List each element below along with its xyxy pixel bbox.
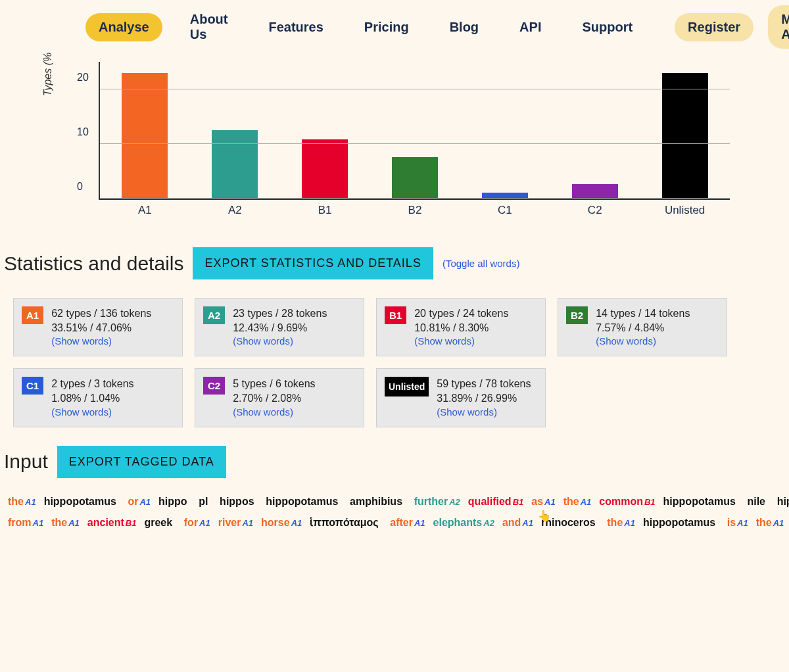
nav-register[interactable]: Register — [675, 13, 753, 41]
token[interactable]: horse — [261, 517, 290, 528]
token[interactable]: hippos — [220, 496, 254, 507]
chart-ytick: 20 — [77, 72, 89, 84]
token[interactable]: amphibius — [350, 496, 402, 507]
card-line1: 5 types / 6 tokens — [233, 377, 315, 391]
token[interactable]: river — [218, 517, 241, 528]
token-level: B1 — [513, 497, 524, 507]
token-level: A1 — [773, 518, 784, 528]
card-line1: 20 types / 24 tokens — [414, 306, 508, 321]
card-line2: 10.81% / 8.30% — [414, 321, 508, 335]
show-words-link[interactable]: (Show words) — [437, 406, 531, 419]
card-line2: 2.70% / 2.08% — [233, 391, 315, 406]
token[interactable]: hippo — [158, 496, 187, 507]
input-section-head: Input EXPORT TAGGED DATA — [0, 438, 789, 486]
level-badge: B2 — [566, 306, 588, 324]
nav-pricing[interactable]: Pricing — [351, 13, 422, 41]
chart-xtick: C2 — [550, 204, 640, 217]
card-line1: 14 types / 14 tokens — [596, 306, 690, 321]
token-level: A2 — [449, 497, 460, 507]
tagged-text: theA1hippopotamus orA1hippo pl hippos hi… — [0, 486, 789, 560]
show-words-link[interactable]: (Show words) — [51, 335, 151, 348]
token-level: A1 — [414, 518, 425, 528]
token[interactable]: rhinoceros — [541, 517, 596, 528]
token-level: A1 — [199, 518, 210, 528]
toggle-all-words-link[interactable]: (Toggle all words) — [442, 258, 520, 269]
token[interactable]: as — [531, 496, 543, 507]
level-badge: C2 — [203, 377, 225, 395]
token[interactable]: hippopotamus — [266, 496, 338, 507]
show-words-link[interactable]: (Show words) — [233, 406, 315, 419]
token[interactable]: ἱπποπόταμος — [310, 517, 378, 528]
show-words-link[interactable]: (Show words) — [51, 406, 133, 419]
chart-xtick: B1 — [280, 204, 370, 217]
token[interactable]: the — [756, 517, 772, 528]
token-level: A1 — [242, 518, 253, 528]
stats-cards: A162 types / 136 tokens33.51% / 47.06%(S… — [0, 287, 789, 438]
top-nav: Analyse About Us Features Pricing Blog A… — [0, 0, 789, 62]
chart-ytick: 10 — [77, 126, 89, 138]
stats-section-head: Statistics and details EXPORT STATISTICS… — [0, 239, 789, 287]
token[interactable]: hippopotamus — [643, 517, 715, 528]
token[interactable]: greek — [144, 517, 172, 528]
level-badge: B1 — [385, 306, 406, 324]
token-level: A2 — [483, 518, 494, 528]
token[interactable]: after — [390, 517, 413, 528]
token-level: A1 — [68, 518, 80, 528]
level-badge: Unlisted — [385, 377, 429, 396]
token-level: A1 — [291, 518, 302, 528]
token[interactable]: is — [727, 517, 736, 528]
token[interactable]: common — [599, 496, 643, 507]
nav-account[interactable]: My Account — [768, 5, 789, 49]
token[interactable]: the — [607, 517, 623, 528]
token[interactable]: pl — [199, 496, 208, 507]
token[interactable]: for — [184, 517, 198, 528]
show-words-link[interactable]: (Show words) — [414, 335, 508, 348]
nav-analyse[interactable]: Analyse — [85, 13, 162, 41]
chart-xtick: C1 — [460, 204, 550, 217]
token-level: A1 — [544, 497, 556, 507]
chart-ytick: 0 — [77, 181, 83, 193]
token-level: A1 — [33, 518, 44, 528]
token[interactable]: or — [128, 496, 138, 507]
chart-xtick: B2 — [370, 204, 460, 217]
card-line2: 33.51% / 47.06% — [51, 321, 151, 335]
input-title: Input — [4, 450, 48, 473]
token-level: A1 — [737, 518, 748, 528]
token[interactable]: hippopotamus — [44, 496, 116, 507]
stat-card-c2: C25 types / 6 tokens2.70% / 2.08%(Show w… — [195, 368, 364, 427]
export-tagged-button[interactable]: EXPORT TAGGED DATA — [57, 446, 226, 478]
card-line1: 2 types / 3 tokens — [51, 377, 133, 391]
card-line2: 31.89% / 26.99% — [437, 391, 531, 406]
export-stats-button[interactable]: EXPORT STATISTICS AND DETAILS — [193, 247, 433, 279]
stat-card-b2: B214 types / 14 tokens7.57% / 4.84%(Show… — [558, 298, 727, 356]
token[interactable]: further — [414, 496, 448, 507]
token[interactable]: and — [502, 517, 521, 528]
nav-about[interactable]: About Us — [177, 5, 241, 49]
token[interactable]: the — [563, 496, 579, 507]
token[interactable]: hippopotamus — [777, 496, 789, 507]
stats-title: Statistics and details — [4, 252, 183, 275]
token[interactable]: ancient — [87, 517, 124, 528]
nav-blog[interactable]: Blog — [437, 13, 492, 41]
chart-ylabel: Types (% — [42, 53, 54, 96]
token[interactable]: the — [51, 517, 67, 528]
nav-api[interactable]: API — [506, 13, 554, 41]
token-level: A1 — [581, 497, 592, 507]
types-bar-chart: Types (% A1A2B1B2C1C2Unlisted 01020 — [99, 62, 750, 220]
token[interactable]: elephants — [433, 517, 483, 528]
chart-bar-unlisted — [662, 73, 708, 199]
token[interactable]: qualified — [468, 496, 512, 507]
nav-support[interactable]: Support — [569, 13, 646, 41]
chart-bar-c2 — [572, 184, 618, 199]
nav-features[interactable]: Features — [255, 13, 336, 41]
show-words-link[interactable]: (Show words) — [596, 335, 690, 348]
show-words-link[interactable]: (Show words) — [233, 335, 327, 348]
token[interactable]: nile — [747, 496, 765, 507]
token[interactable]: hippopotamus — [663, 496, 736, 507]
token[interactable]: the — [8, 496, 24, 507]
chart-bar-a2 — [212, 130, 258, 199]
token-level: A1 — [624, 518, 635, 528]
level-badge: A2 — [203, 306, 225, 324]
token-level: B1 — [644, 497, 656, 507]
card-line2: 7.57% / 4.84% — [596, 321, 690, 335]
